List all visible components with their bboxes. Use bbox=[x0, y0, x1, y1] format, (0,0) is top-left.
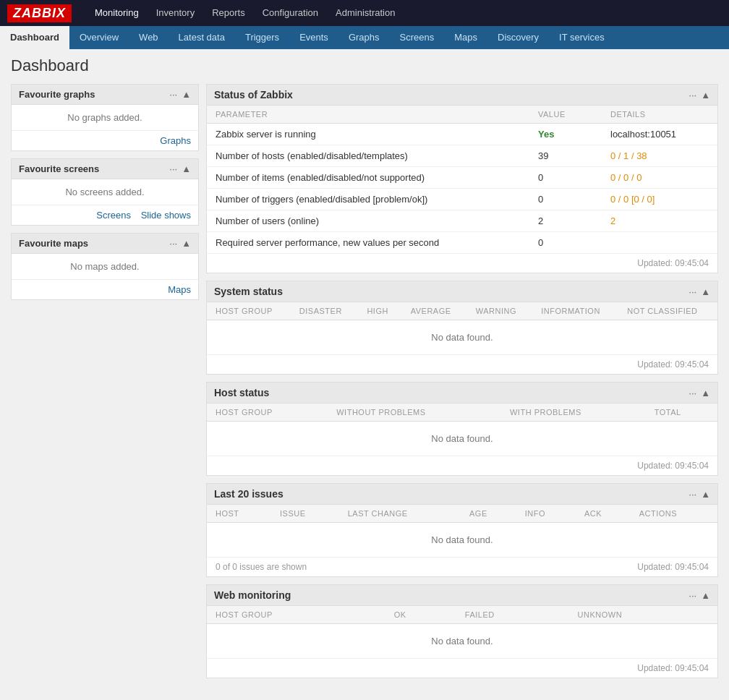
issues-empty: No data found. bbox=[207, 523, 717, 557]
system-status-table: HOST GROUPDISASTERHIGHAVERAGEWARNINGINFO… bbox=[207, 302, 717, 320]
row-details: 0 / 1 / 38 bbox=[602, 145, 717, 167]
col-header: LAST CHANGE bbox=[339, 505, 461, 523]
host-status-menu-icon[interactable]: ··· bbox=[688, 388, 696, 398]
row-parameter: Zabbix server is running bbox=[207, 124, 529, 145]
favourite-graphs-collapse-icon[interactable]: ▲ bbox=[182, 89, 191, 100]
col-value: VALUE bbox=[529, 106, 602, 124]
host-status-collapse-icon[interactable]: ▲ bbox=[701, 388, 710, 398]
last-20-issues-collapse-icon[interactable]: ▲ bbox=[701, 489, 710, 500]
favourite-graphs-menu-icon[interactable]: ··· bbox=[169, 89, 177, 100]
favourite-screens-footer: Screens Slide shows bbox=[12, 205, 198, 225]
right-panel: Status of Zabbix ··· ▲ PARAMETER VALUE D… bbox=[206, 84, 718, 678]
web-monitoring-empty: No data found. bbox=[207, 624, 717, 658]
col-parameter: PARAMETER bbox=[207, 106, 529, 124]
web-monitoring-table: HOST GROUPOKFAILEDUNKNOWN bbox=[207, 606, 717, 624]
favourite-screens-menu-icon[interactable]: ··· bbox=[169, 163, 177, 174]
top-nav-monitoring[interactable]: Monitoring bbox=[86, 0, 148, 26]
col-header: WITH PROBLEMS bbox=[501, 404, 646, 422]
maps-link[interactable]: Maps bbox=[168, 284, 191, 295]
status-of-zabbix-controls: ··· ▲ bbox=[688, 90, 710, 101]
status-of-zabbix-widget: Status of Zabbix ··· ▲ PARAMETER VALUE D… bbox=[206, 84, 718, 273]
sec-nav-web[interactable]: Web bbox=[129, 26, 169, 49]
col-header: UNKNOWN bbox=[569, 606, 717, 624]
sec-nav-events[interactable]: Events bbox=[289, 26, 338, 49]
row-details: 2 bbox=[602, 210, 717, 232]
host-status-table: HOST GROUPWITHOUT PROBLEMSWITH PROBLEMST… bbox=[207, 404, 717, 422]
favourite-maps-controls: ··· ▲ bbox=[169, 238, 191, 249]
col-header: HOST GROUP bbox=[207, 606, 385, 624]
web-monitoring-menu-icon[interactable]: ··· bbox=[688, 590, 696, 601]
web-monitoring-collapse-icon[interactable]: ▲ bbox=[701, 590, 710, 601]
top-nav-configuration[interactable]: Configuration bbox=[254, 0, 327, 26]
col-header: HIGH bbox=[358, 302, 401, 320]
screens-link[interactable]: Screens bbox=[96, 210, 131, 221]
col-header: WARNING bbox=[467, 302, 532, 320]
main-layout: Favourite graphs ··· ▲ No graphs added. … bbox=[11, 84, 718, 678]
col-header: HOST GROUP bbox=[207, 404, 328, 422]
row-details: localhost:10051 bbox=[602, 124, 717, 145]
row-details: 0 / 0 [0 / 0] bbox=[602, 189, 717, 210]
col-header: NOT CLASSIFIED bbox=[618, 302, 717, 320]
left-panel: Favourite graphs ··· ▲ No graphs added. … bbox=[11, 84, 199, 300]
host-status-header: Host status ··· ▲ bbox=[207, 383, 717, 404]
sec-nav-graphs[interactable]: Graphs bbox=[338, 26, 390, 49]
favourite-maps-collapse-icon[interactable]: ▲ bbox=[182, 238, 191, 249]
col-header: ACTIONS bbox=[631, 505, 717, 523]
sec-nav-triggers[interactable]: Triggers bbox=[235, 26, 289, 49]
sec-nav-screens[interactable]: Screens bbox=[390, 26, 445, 49]
row-parameter: Required server performance, new values … bbox=[207, 232, 529, 254]
top-navigation: ZABBIX Monitoring Inventory Reports Conf… bbox=[0, 0, 729, 26]
status-of-zabbix-updated: Updated: 09:45:04 bbox=[207, 253, 717, 273]
favourite-screens-empty-text: No screens added. bbox=[65, 187, 144, 197]
host-status-updated: Updated: 09:45:04 bbox=[207, 456, 717, 475]
favourite-maps-menu-icon[interactable]: ··· bbox=[169, 238, 177, 249]
last-20-issues-menu-icon[interactable]: ··· bbox=[688, 489, 696, 500]
row-details bbox=[602, 232, 717, 254]
system-status-widget: System status ··· ▲ HOST GROUPDISASTERHI… bbox=[206, 281, 718, 375]
favourite-graphs-footer: Graphs bbox=[12, 130, 198, 150]
issues-footer: 0 of 0 issues are shown Updated: 09:45:0… bbox=[207, 557, 717, 576]
graphs-link[interactable]: Graphs bbox=[160, 135, 191, 146]
favourite-screens-body: No screens added. bbox=[12, 179, 198, 205]
table-row: Number of triggers (enabled/disabled [pr… bbox=[207, 189, 717, 210]
row-value: 0 bbox=[529, 232, 602, 254]
favourite-screens-widget: Favourite screens ··· ▲ No screens added… bbox=[11, 158, 199, 226]
col-header: DISASTER bbox=[291, 302, 359, 320]
top-nav-administration[interactable]: Administration bbox=[327, 0, 404, 26]
row-value: 39 bbox=[529, 145, 602, 167]
favourite-screens-header: Favourite screens ··· ▲ bbox=[12, 159, 198, 179]
col-details: DETAILS bbox=[602, 106, 717, 124]
system-status-collapse-icon[interactable]: ▲ bbox=[701, 286, 710, 297]
system-status-menu-icon[interactable]: ··· bbox=[688, 286, 696, 297]
row-parameter: Number of users (online) bbox=[207, 210, 529, 232]
top-nav-reports[interactable]: Reports bbox=[203, 0, 254, 26]
favourite-graphs-body: No graphs added. bbox=[12, 105, 198, 130]
sec-nav-discovery[interactable]: Discovery bbox=[487, 26, 549, 49]
issues-table: HOSTISSUELAST CHANGEAGEINFOACKACTIONS bbox=[207, 505, 717, 523]
col-header: ACK bbox=[576, 505, 631, 523]
table-row: Required server performance, new values … bbox=[207, 232, 717, 254]
sec-nav-it-services[interactable]: IT services bbox=[549, 26, 615, 49]
sec-nav-latest-data[interactable]: Latest data bbox=[169, 26, 235, 49]
sec-nav-dashboard[interactable]: Dashboard bbox=[0, 26, 69, 49]
page-content: Dashboard Favourite graphs ··· ▲ No grap… bbox=[0, 49, 729, 686]
host-status-empty: No data found. bbox=[207, 422, 717, 456]
status-of-zabbix-menu-icon[interactable]: ··· bbox=[688, 90, 696, 101]
status-of-zabbix-collapse-icon[interactable]: ▲ bbox=[701, 90, 710, 101]
table-row: Number of hosts (enabled/disabled/templa… bbox=[207, 145, 717, 167]
row-parameter: Number of hosts (enabled/disabled/templa… bbox=[207, 145, 529, 167]
favourite-graphs-controls: ··· ▲ bbox=[169, 89, 191, 100]
host-status-controls: ··· ▲ bbox=[688, 388, 710, 398]
sec-nav-overview[interactable]: Overview bbox=[69, 26, 129, 49]
secondary-navigation: Dashboard Overview Web Latest data Trigg… bbox=[0, 26, 729, 49]
favourite-screens-collapse-icon[interactable]: ▲ bbox=[182, 163, 191, 174]
slide-shows-link[interactable]: Slide shows bbox=[141, 210, 191, 221]
favourite-maps-body: No maps added. bbox=[12, 254, 198, 279]
favourite-graphs-title: Favourite graphs bbox=[19, 89, 95, 100]
sec-nav-maps[interactable]: Maps bbox=[444, 26, 487, 49]
top-nav-inventory[interactable]: Inventory bbox=[148, 0, 203, 26]
favourite-maps-footer: Maps bbox=[12, 279, 198, 299]
col-header: INFORMATION bbox=[532, 302, 618, 320]
col-header: AGE bbox=[461, 505, 516, 523]
system-status-controls: ··· ▲ bbox=[688, 286, 710, 297]
